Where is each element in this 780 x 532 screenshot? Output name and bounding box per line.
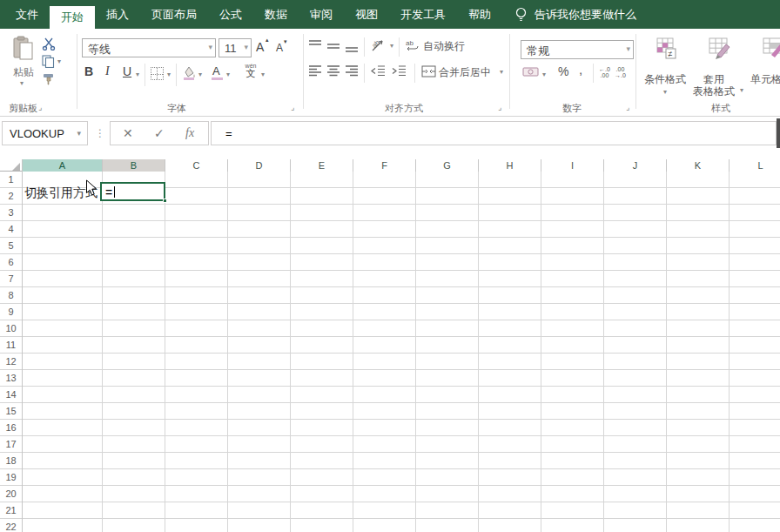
increase-decimal-button[interactable]: ←.0 .00 bbox=[599, 66, 610, 78]
font-color-dropdown-arrow[interactable]: ▾ bbox=[226, 71, 230, 78]
format-as-table-button[interactable]: 套用 表格格式 ▾ bbox=[696, 37, 749, 107]
row-header-2[interactable]: 2 bbox=[0, 188, 22, 205]
row-header-19[interactable]: 19 bbox=[0, 469, 22, 486]
wrap-text-button[interactable]: ab 自动换行 bbox=[406, 37, 501, 55]
row-header-13[interactable]: 13 bbox=[0, 370, 22, 387]
cell-b1-editor[interactable]: = bbox=[100, 182, 165, 201]
paste-button[interactable]: 粘贴 ▾ bbox=[7, 36, 40, 97]
row-header-12[interactable]: 12 bbox=[0, 354, 22, 370]
font-dialog-launcher[interactable] bbox=[291, 104, 299, 113]
accounting-format-button[interactable] bbox=[522, 65, 540, 79]
cancel-button[interactable]: ✕ bbox=[123, 126, 133, 140]
number-format-arrow[interactable]: ▾ bbox=[626, 44, 630, 53]
font-size-arrow[interactable]: ▾ bbox=[244, 43, 248, 51]
column-header-K[interactable]: K bbox=[667, 159, 730, 172]
formula-input[interactable]: = bbox=[211, 121, 777, 145]
column-header-C[interactable]: C bbox=[165, 159, 228, 172]
row-header-10[interactable]: 10 bbox=[0, 320, 22, 337]
comma-style-button[interactable]: , bbox=[579, 62, 582, 77]
name-box[interactable]: VLOOKUP ▾ bbox=[2, 121, 88, 145]
conditional-formatting-button[interactable]: ≠ 条件格式 ▾ bbox=[642, 37, 691, 107]
font-size-combobox[interactable]: 11 ▾ bbox=[219, 38, 252, 57]
number-dialog-launcher[interactable] bbox=[626, 104, 635, 113]
insert-function-button[interactable]: fx bbox=[185, 126, 194, 140]
format-table-dropdown-arrow[interactable]: ▾ bbox=[740, 86, 743, 94]
tab-developer[interactable]: 开发工具 bbox=[389, 0, 457, 29]
row-header-6[interactable]: 6 bbox=[0, 254, 22, 271]
paste-dropdown-arrow[interactable]: ▾ bbox=[20, 79, 24, 87]
orientation-button[interactable]: ab bbox=[371, 37, 388, 53]
phonetic-dropdown-arrow[interactable]: ▾ bbox=[261, 71, 265, 78]
borders-button[interactable] bbox=[151, 67, 164, 80]
row-header-5[interactable]: 5 bbox=[0, 238, 22, 254]
row-header-8[interactable]: 8 bbox=[0, 287, 22, 304]
cell-styles-button[interactable]: 单元格样式 bbox=[750, 37, 780, 107]
accounting-dropdown-arrow[interactable]: ▾ bbox=[542, 71, 546, 78]
tab-data[interactable]: 数据 bbox=[253, 0, 299, 29]
row-header-11[interactable]: 11 bbox=[0, 337, 22, 354]
column-header-J[interactable]: J bbox=[604, 159, 667, 172]
fill-handle[interactable] bbox=[163, 199, 167, 203]
percent-style-button[interactable]: % bbox=[558, 64, 568, 78]
column-header-G[interactable]: G bbox=[416, 159, 479, 172]
merge-dropdown-arrow[interactable]: ▾ bbox=[500, 68, 503, 76]
copy-dropdown-arrow[interactable]: ▾ bbox=[57, 57, 61, 65]
column-header-H[interactable]: H bbox=[479, 159, 541, 172]
row-header-14[interactable]: 14 bbox=[0, 387, 22, 403]
row-header-9[interactable]: 9 bbox=[0, 304, 22, 320]
row-header-1[interactable]: 1 bbox=[0, 172, 22, 188]
formula-bar-grip[interactable]: ⋮ bbox=[95, 121, 105, 145]
tab-formulas[interactable]: 公式 bbox=[208, 0, 253, 29]
row-header-22[interactable]: 22 bbox=[0, 519, 22, 532]
cut-button[interactable] bbox=[42, 37, 61, 51]
phonetic-guide-button[interactable]: wén 文 bbox=[242, 63, 259, 85]
row-header-3[interactable]: 3 bbox=[0, 205, 22, 221]
cells-area[interactable] bbox=[103, 172, 780, 532]
decrease-decimal-button[interactable]: .00 →.0 bbox=[615, 66, 626, 78]
column-header-A[interactable]: A bbox=[23, 159, 103, 172]
tell-me-box[interactable]: 告诉我你想要做什么 bbox=[514, 0, 636, 29]
row-header-21[interactable]: 21 bbox=[0, 502, 22, 519]
tab-insert[interactable]: 插入 bbox=[95, 0, 140, 29]
row-header-17[interactable]: 17 bbox=[0, 436, 22, 453]
fill-color-button[interactable] bbox=[181, 65, 197, 81]
italic-button[interactable]: I bbox=[105, 64, 110, 78]
orientation-dropdown-arrow[interactable]: ▾ bbox=[390, 42, 393, 50]
underline-button[interactable]: U bbox=[123, 64, 131, 78]
column-header-F[interactable]: F bbox=[353, 159, 416, 172]
enter-button[interactable]: ✓ bbox=[154, 126, 165, 140]
column-header-B[interactable]: B bbox=[103, 159, 165, 172]
format-painter-button[interactable] bbox=[42, 72, 61, 86]
tab-review[interactable]: 审阅 bbox=[299, 0, 344, 29]
select-all-button[interactable] bbox=[0, 159, 23, 172]
column-header-L[interactable]: L bbox=[730, 159, 780, 172]
column-header-I[interactable]: I bbox=[541, 159, 604, 172]
row-header-20[interactable]: 20 bbox=[0, 486, 22, 502]
column-a-cells[interactable]: 切换引用方式 = bbox=[23, 172, 103, 532]
number-format-combobox[interactable]: 常规 ▾ bbox=[521, 40, 634, 59]
merge-center-button[interactable]: 合并后居中 bbox=[421, 64, 508, 81]
font-name-arrow[interactable]: ▾ bbox=[208, 43, 212, 51]
tab-page-layout[interactable]: 页面布局 bbox=[140, 0, 208, 29]
clipboard-dialog-launcher[interactable] bbox=[38, 104, 47, 113]
tab-help[interactable]: 帮助 bbox=[457, 0, 502, 29]
name-box-arrow[interactable]: ▾ bbox=[77, 129, 81, 138]
tab-file[interactable]: 文件 bbox=[4, 0, 50, 29]
underline-dropdown-arrow[interactable]: ▾ bbox=[136, 71, 139, 78]
tab-view[interactable]: 视图 bbox=[344, 0, 389, 29]
row-header-18[interactable]: 18 bbox=[0, 453, 22, 469]
conditional-dropdown-arrow[interactable]: ▾ bbox=[663, 88, 667, 96]
font-name-combobox[interactable]: 等线 ▾ bbox=[82, 38, 216, 57]
bold-button[interactable]: B bbox=[84, 64, 93, 78]
row-header-16[interactable]: 16 bbox=[0, 420, 22, 436]
row-header-15[interactable]: 15 bbox=[0, 403, 22, 420]
row-header-4[interactable]: 4 bbox=[0, 221, 22, 238]
tab-home[interactable]: 开始 bbox=[50, 6, 95, 29]
borders-dropdown-arrow[interactable]: ▾ bbox=[167, 71, 171, 78]
column-header-D[interactable]: D bbox=[228, 159, 291, 172]
copy-button[interactable]: ▾ bbox=[42, 55, 64, 69]
column-header-E[interactable]: E bbox=[291, 159, 353, 172]
font-color-button[interactable]: A bbox=[212, 64, 224, 82]
alignment-dialog-launcher[interactable] bbox=[498, 104, 507, 113]
row-header-7[interactable]: 7 bbox=[0, 271, 22, 287]
